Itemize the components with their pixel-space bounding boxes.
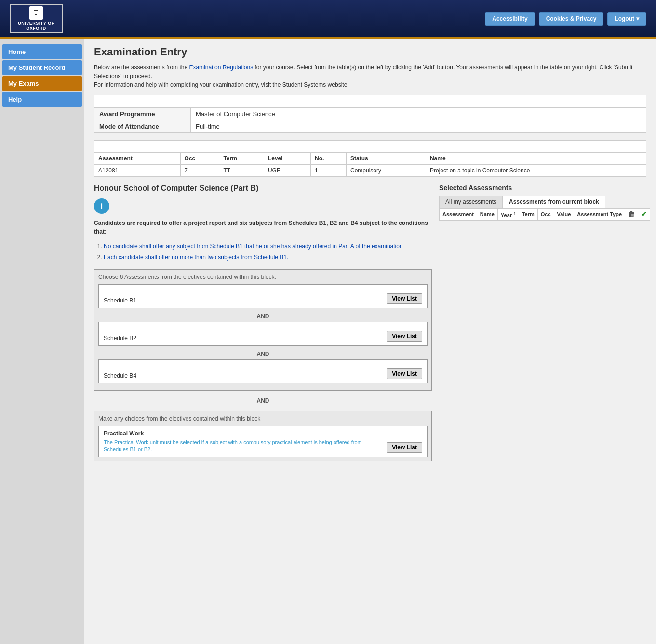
tab-all-assessments[interactable]: All my assessments [439,196,503,208]
selected-assessments-title: Selected Assessments [439,184,646,192]
tabs-row: All my assessments Assessments from curr… [439,196,646,208]
block-1-box: Choose 6 Assessments from the electives … [94,269,432,391]
practical-view-list-button[interactable]: View List [387,442,422,453]
and-divider-3: AND [94,395,432,406]
selected-assessments-table: Assessment Name Year ↑ Term Occ Value As… [439,208,650,221]
lower-section: Honour School of Computer Science (Part … [94,184,646,461]
honour-school-title: Honour School of Computer Science (Part … [94,184,432,193]
logo-text: UNIVERSITY OF OXFORD [18,21,54,31]
assessment-occ: Z [180,165,219,177]
logout-arrow-icon: ▾ [636,15,639,22]
table-row: A12081 Z TT UGF 1 Compulsory Project on … [94,165,646,177]
intro-text: Below are the assessments from the Exami… [94,63,646,89]
assessment-status: Compulsory [346,165,426,177]
practical-block-header: Make any choices from the electives cont… [98,415,428,422]
sel-col-term: Term [519,209,537,221]
sel-col-occ: Occ [537,209,554,221]
accessibility-button[interactable]: Accessibility [485,12,535,26]
col-occ: Occ [180,153,219,165]
sel-col-value: Value [554,209,574,221]
logo-area: 🛡 UNIVERSITY OF OXFORD [10,4,63,33]
practical-inner: Practical Work The Practical Work unit m… [98,426,428,457]
practical-name: Practical Work [104,430,387,437]
col-term: Term [219,153,264,165]
schedule-b4-box: Schedule B4 View List [98,359,428,383]
sel-col-name: Name [477,209,497,221]
mode-attendance-value: Full-time [191,120,646,133]
practical-block-box: Make any choices from the electives cont… [94,411,432,461]
assessment-no: 1 [311,165,347,177]
right-panel: Selected Assessments All my assessments … [439,184,646,461]
logout-button[interactable]: Logout ▾ [607,12,646,26]
compulsory-assessments-table: Compulsory and previously confirmed asse… [94,140,646,177]
main-content: Examination Entry Below are the assessme… [84,39,656,644]
mode-attendance-label: Mode of Attendance [94,120,191,133]
sidebar-item-help[interactable]: Help [2,92,82,107]
trash-icon: 🗑 [628,210,635,218]
study-details-header: Study details [94,95,646,108]
col-status: Status [346,153,426,165]
schedule-b2-box: Schedule B2 View List [98,322,428,346]
assessment-code: A12081 [94,165,181,177]
sel-col-check-icon: ✔ [638,209,650,221]
left-panel: Honour School of Computer Science (Part … [94,184,432,461]
oxford-logo: 🛡 UNIVERSITY OF OXFORD [10,4,63,33]
header: 🛡 UNIVERSITY OF OXFORD Accessibility Coo… [0,0,656,39]
logo-shield-icon: 🛡 [29,6,43,20]
col-name: Name [426,153,646,165]
col-level: Level [264,153,310,165]
schedule-b2-view-list-button[interactable]: View List [387,331,422,342]
sel-col-delete-icon: 🗑 [625,209,638,221]
schedule-b1-label: Schedule B1 [104,297,136,304]
content-wrapper: Home My Student Record My Exams Help Exa… [0,39,656,644]
schedule-b1-view-list-button[interactable]: View List [387,293,422,304]
sidebar-item-my-exams[interactable]: My Exams [2,76,82,91]
schedule-b1-box: Schedule B1 View List [98,284,428,308]
and-divider-2: AND [98,349,428,359]
study-details-table: Study details Award Programme Master of … [94,95,646,133]
block-1-header: Choose 6 Assessments from the electives … [98,274,428,280]
sel-col-type: Assessment Type [574,209,625,221]
award-programme-value: Master of Computer Science [191,108,646,120]
assessment-name: Project on a topic in Computer Science [426,165,646,177]
col-assessment: Assessment [94,153,181,165]
check-icon: ✔ [641,210,647,218]
condition-1-link[interactable]: No candidate shall offer any subject fro… [104,243,403,250]
sel-col-year: Year ↑ [497,209,519,221]
header-buttons: Accessibility Cookies & Privacy Logout ▾ [485,12,646,26]
assessment-term: TT [219,165,264,177]
schedule-b4-label: Schedule B4 [104,372,136,379]
cookies-privacy-button[interactable]: Cookies & Privacy [539,12,604,26]
info-text-body: Candidates are required to offer a proje… [94,219,432,236]
sel-col-assessment: Assessment [440,209,477,221]
conditions-list: No candidate shall offer any subject fro… [104,242,432,262]
condition-2-link[interactable]: Each candidate shall offer no more than … [104,254,288,261]
and-divider-1: AND [98,311,428,322]
info-icon: i [94,198,109,214]
sidebar-item-my-student-record[interactable]: My Student Record [2,60,82,75]
compulsory-header: Compulsory and previously confirmed asse… [94,141,646,153]
exam-regulations-link[interactable]: Examination Regulations [189,64,253,71]
award-programme-label: Award Programme [94,108,191,120]
sidebar: Home My Student Record My Exams Help [0,39,84,644]
practical-description: The Practical Work unit must be selected… [104,439,362,452]
sidebar-item-home[interactable]: Home [2,44,82,59]
schedule-b4-view-list-button[interactable]: View List [387,368,422,379]
col-no: No. [311,153,347,165]
page-title: Examination Entry [94,46,646,58]
schedule-b2-label: Schedule B2 [104,335,136,342]
assessment-level: UGF [264,165,310,177]
practical-text: Practical Work The Practical Work unit m… [104,430,387,453]
tab-current-block[interactable]: Assessments from current block [503,196,605,208]
